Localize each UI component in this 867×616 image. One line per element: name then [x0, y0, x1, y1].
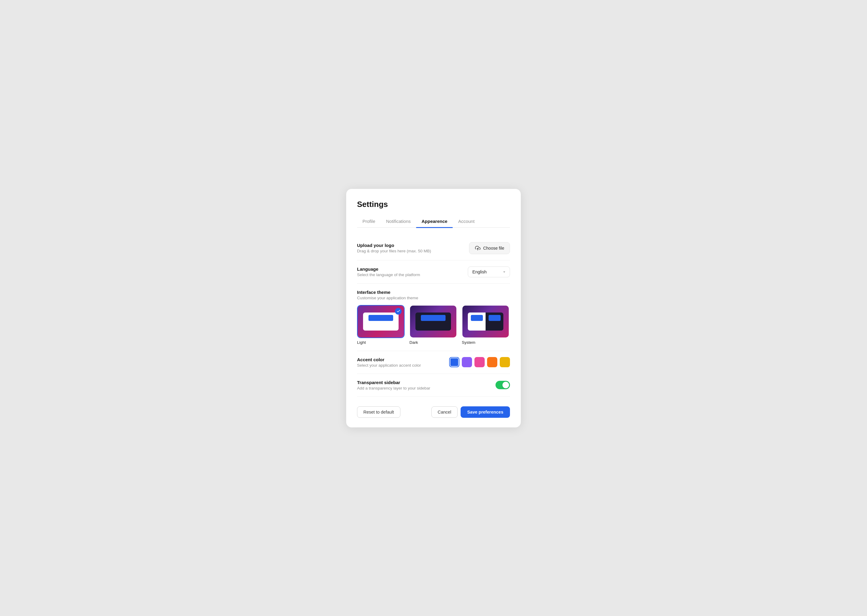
sidebar-label: Transparent sidebar: [357, 380, 430, 385]
accent-colors: [449, 357, 510, 367]
system-right: [486, 313, 503, 330]
sidebar-info: Transparent sidebar Add a transparency l…: [357, 380, 430, 390]
choose-file-label: Choose file: [483, 246, 504, 251]
language-desc: Select the language of the platform: [357, 272, 420, 277]
cancel-button[interactable]: Cancel: [431, 406, 457, 418]
choose-file-button[interactable]: Choose file: [469, 242, 510, 254]
accent-pink[interactable]: [474, 357, 485, 367]
system-left: [468, 313, 486, 330]
accent-section: Accent color Select your application acc…: [357, 351, 510, 374]
page-title: Settings: [357, 200, 510, 209]
theme-dark-wrap: Dark: [410, 305, 457, 345]
system-inner: [468, 313, 503, 330]
theme-system-card[interactable]: [462, 305, 509, 338]
accent-orange[interactable]: [487, 357, 497, 367]
light-bar: [369, 315, 393, 321]
upload-section: Upload your logo Drag & drop your files …: [357, 236, 510, 261]
theme-system-wrap: System: [462, 305, 509, 345]
light-check-badge: [395, 308, 402, 314]
sidebar-desc: Add a transparency layer to your sidebar: [357, 386, 430, 390]
toggle-thumb: [503, 382, 509, 388]
theme-light-card[interactable]: [357, 305, 405, 338]
language-info: Language Select the language of the plat…: [357, 267, 420, 277]
theme-cards: Light Dark: [357, 305, 510, 345]
dark-label: Dark: [410, 340, 418, 345]
tab-notifications[interactable]: Notifications: [381, 216, 416, 227]
system-label: System: [462, 340, 475, 345]
sidebar-toggle[interactable]: [495, 381, 510, 389]
accent-yellow[interactable]: [500, 357, 510, 367]
upload-icon: [475, 245, 481, 251]
dark-bar: [421, 315, 446, 321]
accent-blue[interactable]: [449, 357, 459, 367]
light-label: Light: [357, 340, 366, 345]
theme-light-wrap: Light: [357, 305, 405, 345]
tab-profile[interactable]: Profile: [357, 216, 381, 227]
footer-right: Cancel Save preferences: [431, 406, 510, 418]
light-inner: [363, 313, 399, 330]
accent-label: Accent color: [357, 357, 421, 362]
system-bar-right: [489, 315, 501, 321]
tabs-bar: Profile Notifications Appearence Account: [357, 216, 510, 228]
system-bar-left: [471, 315, 483, 321]
theme-section: Interface theme Customise your applicati…: [357, 284, 510, 351]
footer: Reset to default Cancel Save preferences: [357, 404, 510, 418]
tab-appearance[interactable]: Appearence: [416, 216, 453, 227]
dark-inner: [415, 313, 451, 330]
upload-info: Upload your logo Drag & drop your files …: [357, 243, 431, 253]
save-preferences-button[interactable]: Save preferences: [460, 406, 510, 418]
tab-account[interactable]: Account: [453, 216, 480, 227]
sidebar-section: Transparent sidebar Add a transparency l…: [357, 374, 510, 397]
theme-desc: Customise your application theme: [357, 295, 510, 300]
theme-dark-card[interactable]: [410, 305, 457, 338]
language-label: Language: [357, 267, 420, 272]
reset-button[interactable]: Reset to default: [357, 406, 400, 418]
settings-card: Settings Profile Notifications Appearenc…: [346, 189, 521, 427]
language-select[interactable]: English French German Spanish Portuguese: [468, 267, 510, 277]
accent-desc: Select your application accent color: [357, 363, 421, 368]
theme-label: Interface theme: [357, 290, 510, 295]
accent-info: Accent color Select your application acc…: [357, 357, 421, 368]
upload-desc: Drag & drop your files here (max. 50 MB): [357, 249, 431, 253]
accent-purple[interactable]: [462, 357, 472, 367]
upload-label: Upload your logo: [357, 243, 431, 248]
language-section: Language Select the language of the plat…: [357, 261, 510, 284]
